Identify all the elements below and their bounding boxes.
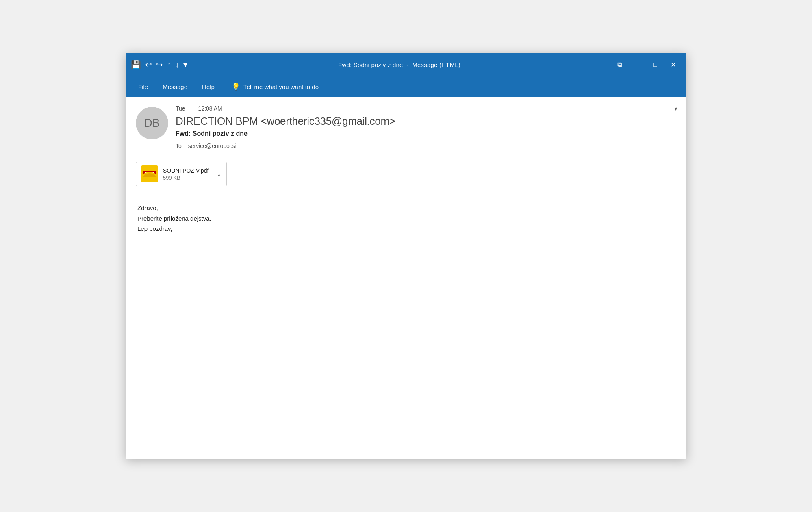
email-date-line: Tue 12:08 AM [176, 105, 676, 112]
menu-file[interactable]: File [132, 81, 154, 93]
maximize-button[interactable]: □ [647, 57, 663, 72]
save-icon[interactable]: 💾 [131, 60, 141, 69]
email-header: DB Tue 12:08 AM DIRECTION BPM <woertheri… [126, 97, 686, 155]
tell-me-label: Tell me what you want to do [243, 83, 319, 90]
body-line3: Lep pozdrav, [137, 223, 675, 234]
title-bar-left: 💾 ↩ ↪ ↑ ↓ ▾ [131, 60, 187, 69]
to-address: service@europol.si [188, 143, 237, 149]
email-day: Tue [176, 105, 185, 112]
attachment-info: SODNI POZIV.pdf 599 KB [163, 167, 208, 181]
menu-bar: File Message Help 💡 Tell me what you wan… [126, 76, 686, 97]
email-sender: DIRECTION BPM <woertheric335@gmail.com> [176, 115, 676, 128]
email-body: Zdravo, Preberite priložena dejstva. Lep… [126, 193, 686, 459]
redo-icon[interactable]: ↪ [156, 60, 163, 69]
attachment-size: 599 KB [163, 175, 208, 181]
window-controls: ⧉ — □ ✕ [611, 57, 681, 72]
avatar: DB [136, 107, 168, 139]
window-title: Fwd: Sodni poziv z dne - Message (HTML) [187, 61, 611, 68]
pdf-icon: PDF [141, 165, 158, 182]
more-icon[interactable]: ▾ [183, 60, 187, 69]
tell-me-button[interactable]: 💡 Tell me what you want to do [227, 80, 323, 93]
body-line2: Preberite priložena dejstva. [137, 213, 675, 224]
email-meta: Tue 12:08 AM DIRECTION BPM <woertheric33… [176, 105, 676, 137]
down-icon[interactable]: ↓ [175, 60, 179, 69]
email-area: DB Tue 12:08 AM DIRECTION BPM <woertheri… [126, 97, 686, 459]
lightbulb-icon: 💡 [232, 82, 240, 91]
outlook-window: 💾 ↩ ↪ ↑ ↓ ▾ Fwd: Sodni poziv z dne - Mes… [126, 53, 686, 459]
up-icon[interactable]: ↑ [167, 60, 171, 69]
collapse-button[interactable]: ∧ [674, 105, 679, 113]
email-time: 12:08 AM [198, 105, 222, 112]
title-bar: 💾 ↩ ↪ ↑ ↓ ▾ Fwd: Sodni poziv z dne - Mes… [126, 53, 686, 76]
attachment-name: SODNI POZIV.pdf [163, 167, 208, 174]
body-line1: Zdravo, [137, 203, 675, 213]
pdf-arc-svg [141, 165, 158, 182]
menu-help[interactable]: Help [196, 81, 220, 93]
restore-button[interactable]: ⧉ [611, 57, 627, 72]
attachment-chevron-icon[interactable]: ⌄ [217, 171, 221, 177]
undo-icon[interactable]: ↩ [145, 60, 152, 69]
minimize-button[interactable]: — [629, 57, 645, 72]
email-subject: Fwd: Sodni poziv z dne [176, 130, 676, 137]
to-label: To [176, 143, 182, 149]
attachment-card[interactable]: PDF SODNI POZIV.pdf 599 KB ⌄ [136, 162, 227, 186]
attachment-section: PDF SODNI POZIV.pdf 599 KB ⌄ [126, 155, 686, 193]
email-header-top: DB Tue 12:08 AM DIRECTION BPM <woertheri… [136, 105, 676, 139]
menu-message[interactable]: Message [157, 81, 193, 93]
email-to-line: To service@europol.si [176, 143, 676, 149]
close-button[interactable]: ✕ [665, 57, 681, 72]
